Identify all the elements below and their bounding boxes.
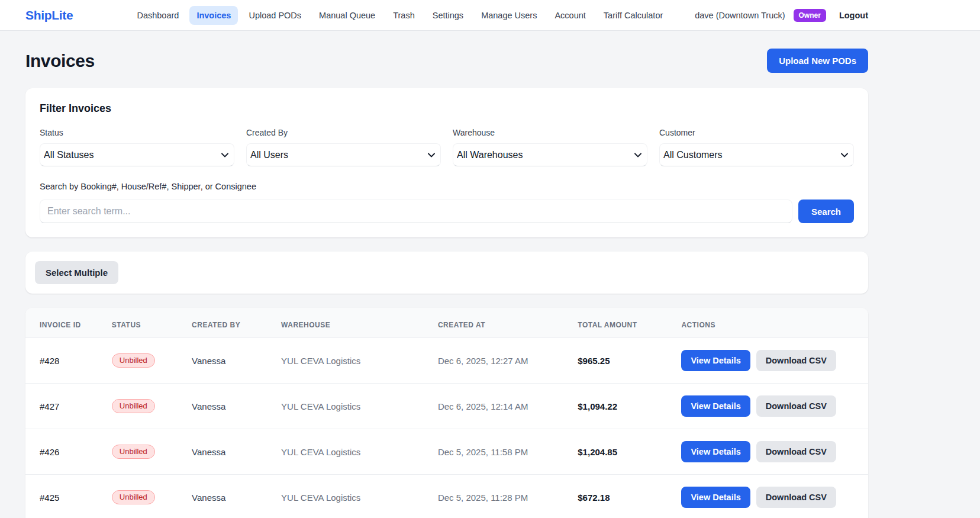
filter-label-warehouse: Warehouse bbox=[453, 128, 647, 137]
status-badge: Unbilled bbox=[112, 399, 155, 413]
download-csv-button[interactable]: Download CSV bbox=[756, 350, 836, 371]
user-label: dave (Downtown Truck) bbox=[695, 11, 785, 20]
warehouse-cell: YUL CEVA Logistics bbox=[274, 475, 431, 518]
warehouse-cell: YUL CEVA Logistics bbox=[274, 338, 431, 384]
created-by-cell: Vanessa bbox=[185, 338, 274, 384]
created-at-cell: Dec 6, 2025, 12:27 AM bbox=[431, 338, 570, 384]
status-cell: Unbilled bbox=[105, 338, 185, 384]
filter-field-status: StatusAll Statuses bbox=[40, 128, 234, 166]
nav-item-upload-pods[interactable]: Upload PODs bbox=[241, 6, 308, 25]
download-csv-button[interactable]: Download CSV bbox=[756, 441, 836, 462]
total-amount-cell: $1,204.85 bbox=[570, 429, 674, 475]
upload-new-pods-button[interactable]: Upload New PODs bbox=[767, 49, 868, 73]
invoice-id-cell: #427 bbox=[25, 384, 105, 429]
filter-invoices-card: Filter Invoices StatusAll StatusesCreate… bbox=[25, 88, 868, 237]
status-cell: Unbilled bbox=[105, 475, 185, 518]
customer-select[interactable]: All Customers bbox=[659, 143, 854, 166]
download-csv-button[interactable]: Download CSV bbox=[756, 487, 836, 508]
total-amount-cell: $672.18 bbox=[570, 475, 674, 518]
filter-field-created-by: Created ByAll Users bbox=[246, 128, 441, 166]
actions-cell: View DetailsDownload CSV bbox=[674, 475, 868, 518]
filter-label-customer: Customer bbox=[659, 128, 854, 137]
column-header-status: STATUS bbox=[105, 308, 185, 338]
total-amount-cell: $1,094.22 bbox=[570, 384, 674, 429]
column-header-actions: ACTIONS bbox=[674, 308, 868, 338]
filter-label-status: Status bbox=[40, 128, 234, 137]
main-nav: DashboardInvoicesUpload PODsManual Queue… bbox=[130, 6, 695, 25]
created-by-cell: Vanessa bbox=[185, 429, 274, 475]
table-row: #428UnbilledVanessaYUL CEVA LogisticsDec… bbox=[25, 338, 868, 384]
view-details-button[interactable]: View Details bbox=[681, 441, 750, 462]
created-at-cell: Dec 5, 2025, 11:28 PM bbox=[431, 475, 570, 518]
nav-item-invoices[interactable]: Invoices bbox=[189, 6, 238, 25]
search-input[interactable] bbox=[40, 200, 792, 223]
status-badge: Unbilled bbox=[112, 490, 155, 504]
status-cell: Unbilled bbox=[105, 429, 185, 475]
actions-cell: View DetailsDownload CSV bbox=[674, 338, 868, 384]
select-multiple-button[interactable]: Select Multiple bbox=[35, 261, 118, 284]
actions-cell: View DetailsDownload CSV bbox=[674, 429, 868, 475]
view-details-button[interactable]: View Details bbox=[681, 395, 750, 417]
invoice-id-cell: #425 bbox=[25, 475, 105, 518]
created-by-select[interactable]: All Users bbox=[246, 143, 441, 166]
invoice-id-cell: #428 bbox=[25, 338, 105, 384]
status-cell: Unbilled bbox=[105, 384, 185, 429]
status-badge: Unbilled bbox=[112, 445, 155, 459]
filter-field-warehouse: WarehouseAll Warehouses bbox=[453, 128, 647, 166]
created-by-cell: Vanessa bbox=[185, 384, 274, 429]
filter-heading: Filter Invoices bbox=[40, 102, 854, 115]
search-label: Search by Booking#, House/Ref#, Shipper,… bbox=[40, 182, 854, 191]
toolbar-card: Select Multiple bbox=[25, 252, 868, 294]
warehouse-select[interactable]: All Warehouses bbox=[453, 143, 647, 166]
page-title: Invoices bbox=[25, 51, 95, 71]
invoices-table: INVOICE IDSTATUSCREATED BYWAREHOUSECREAT… bbox=[25, 308, 868, 518]
actions-cell: View DetailsDownload CSV bbox=[674, 384, 868, 429]
status-badge: Unbilled bbox=[112, 353, 155, 368]
filter-grid: StatusAll StatusesCreated ByAll UsersWar… bbox=[40, 128, 854, 166]
download-csv-button[interactable]: Download CSV bbox=[756, 395, 836, 417]
invoice-id-cell: #426 bbox=[25, 429, 105, 475]
nav-item-manual-queue[interactable]: Manual Queue bbox=[312, 6, 382, 25]
page-content: Invoices Upload New PODs Filter Invoices… bbox=[25, 49, 868, 518]
view-details-button[interactable]: View Details bbox=[681, 350, 750, 371]
table-row: #427UnbilledVanessaYUL CEVA LogisticsDec… bbox=[25, 384, 868, 429]
search-button[interactable]: Search bbox=[798, 200, 854, 223]
nav-item-trash[interactable]: Trash bbox=[386, 6, 422, 25]
warehouse-cell: YUL CEVA Logistics bbox=[274, 384, 431, 429]
table-row: #425UnbilledVanessaYUL CEVA LogisticsDec… bbox=[25, 475, 868, 518]
column-header-invoice-id: INVOICE ID bbox=[25, 308, 105, 338]
nav-item-settings[interactable]: Settings bbox=[425, 6, 470, 25]
invoices-table-card: INVOICE IDSTATUSCREATED BYWAREHOUSECREAT… bbox=[25, 308, 868, 518]
brand-logo[interactable]: ShipLite bbox=[25, 8, 73, 22]
total-amount-cell: $965.25 bbox=[570, 338, 674, 384]
created-at-cell: Dec 6, 2025, 12:14 AM bbox=[431, 384, 570, 429]
table-row: #426UnbilledVanessaYUL CEVA LogisticsDec… bbox=[25, 429, 868, 475]
column-header-warehouse: WAREHOUSE bbox=[274, 308, 431, 338]
column-header-total-amount: TOTAL AMOUNT bbox=[570, 308, 674, 338]
filter-label-created-by: Created By bbox=[246, 128, 441, 137]
nav-item-tariff-calculator[interactable]: Tariff Calculator bbox=[597, 6, 670, 25]
filter-field-customer: CustomerAll Customers bbox=[659, 128, 854, 166]
top-navigation-bar: ShipLite DashboardInvoicesUpload PODsMan… bbox=[0, 0, 980, 31]
column-header-created-by: CREATED BY bbox=[185, 308, 274, 338]
status-select[interactable]: All Statuses bbox=[40, 143, 234, 166]
created-by-cell: Vanessa bbox=[185, 475, 274, 518]
warehouse-cell: YUL CEVA Logistics bbox=[274, 429, 431, 475]
column-header-created-at: CREATED AT bbox=[431, 308, 570, 338]
nav-item-account[interactable]: Account bbox=[547, 6, 592, 25]
view-details-button[interactable]: View Details bbox=[681, 487, 750, 508]
table-header-row: INVOICE IDSTATUSCREATED BYWAREHOUSECREAT… bbox=[25, 308, 868, 338]
nav-item-dashboard[interactable]: Dashboard bbox=[130, 6, 186, 25]
role-badge[interactable]: Owner bbox=[794, 9, 826, 22]
logout-link[interactable]: Logout bbox=[839, 11, 868, 20]
created-at-cell: Dec 5, 2025, 11:58 PM bbox=[431, 429, 570, 475]
nav-item-manage-users[interactable]: Manage Users bbox=[474, 6, 544, 25]
